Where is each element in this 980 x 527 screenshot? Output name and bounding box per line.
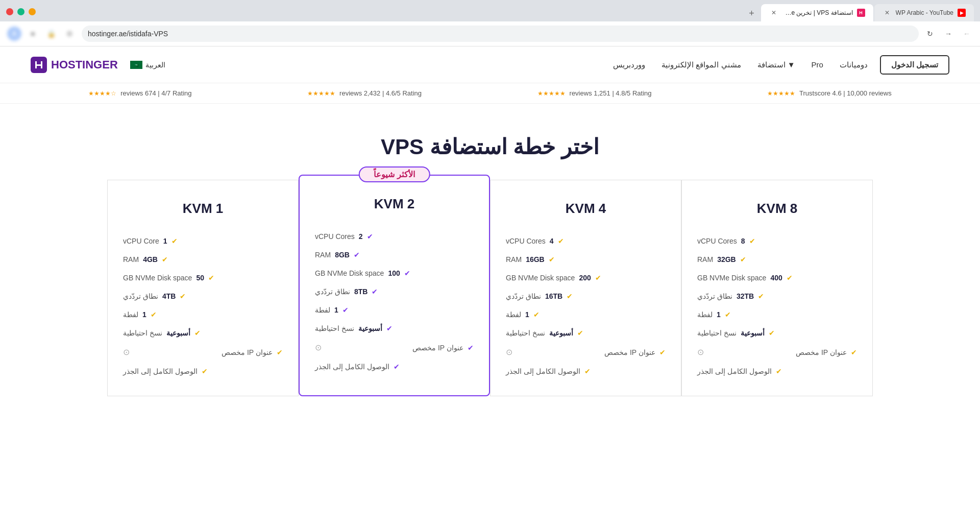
extension-btn-3[interactable]: ★ [24,26,41,42]
reviews-bar: ★★★★☆ reviews 674 | 4/7 Rating ★★★★★ rev… [0,83,980,104]
tab-youtube[interactable]: ▶ WP Arabic - YouTube ✕ [874,4,974,21]
kvm8-ip-check: ✔ [851,348,857,356]
logo-icon [31,57,47,73]
kvm4-disk-check: ✔ [595,274,601,282]
lang-text: العربية [145,61,165,69]
kvm1-ip-check: ✔ [277,348,283,356]
kvm2-bw-check: ✔ [372,288,378,296]
kvm2-snap-check: ✔ [342,306,349,314]
kvm4-snapshot: ✔ 1 لفطة [506,305,666,324]
kvm4-ram-check: ✔ [549,255,555,264]
kvm2-disk-check: ✔ [404,269,410,277]
kvm1-vcpu: ✔ 1 vCPU Core [123,232,283,250]
plan-kvm1-name: KVM 1 [123,201,283,217]
site-header-right: العربية 🇸🇦 HOSTINGER [31,57,165,73]
kvm8-vcpu: ✔ 8 vCPU Cores [697,232,857,250]
hostinger-favicon: H [857,9,865,17]
stars-2: ★★★★★ [307,90,335,97]
kvm2-vcpu-check: ✔ [367,232,373,241]
forward-button[interactable]: → [941,27,955,41]
nav-pro[interactable]: Pro [811,60,823,69]
kvm1-clock-icon: ⊙ [123,347,130,357]
kvm8-bw-check: ✔ [758,292,764,300]
kvm4-root-check: ✔ [584,367,591,375]
kvm2-backup-check: ✔ [386,324,393,332]
kvm1-backup: ✔ أسبوعية نسخ احتياطية [123,324,283,342]
kvm4-clock-icon: ⊙ [506,347,512,357]
review-text-4: Trustscore 4.6 | 10,000 reviews [799,89,892,97]
kvm8-bandwidth: ✔ 32TB نطاق تردّدي [697,287,857,305]
kvm2-bandwidth: ✔ 8TB نطاق تردّدي [315,282,474,301]
kvm1-disk-check: ✔ [208,274,214,282]
back-button[interactable]: ← [960,27,974,41]
stars-4: ★★★★★ [767,90,795,97]
kvm1-snapshot: ✔ 1 لفطة [123,305,283,324]
kvm1-backup-check: ✔ [194,329,201,337]
maximize-button[interactable] [17,8,24,15]
new-tab-button[interactable]: + [744,5,760,21]
kvm8-backup: ✔ أسبوعية نسخ احتياطية [697,324,857,342]
hosting-dropdown-arrow: ▼ [788,60,795,69]
tab-hostinger-close[interactable]: ✕ [769,8,778,17]
tab-hostinger-label: استضافة VPS | تخرين NVMe وود... [782,9,853,16]
kvm4-ram: ✔ 16GB RAM [506,250,666,269]
kvm4-root: ✔ الوصول الكامل إلى الجذر [506,362,666,380]
svg-text:🇸🇦: 🇸🇦 [134,63,138,67]
kvm8-ram-check: ✔ [740,255,746,264]
kvm2-vcpu: ✔ 2 vCPU Cores [315,227,474,246]
kvm4-bandwidth: ✔ 16TB نطاق تردّدي [506,287,666,305]
profile-button[interactable]: A [6,26,22,42]
extension-btn-2[interactable]: 🔒 [43,26,59,42]
page-title: اختر خطة استضافة VPS [10,134,970,159]
kvm8-disk-check: ✔ [787,274,793,282]
kvm4-vcpu-check: ✔ [558,237,564,245]
kvm2-root-check: ✔ [394,363,400,371]
nav-website-builder[interactable]: مشني المواقع الإلكترونية [662,60,741,69]
extension-btn-1[interactable]: ⚙ [61,26,78,42]
nav-wordpress[interactable]: ووردبريس [613,60,645,69]
kvm4-ip-check: ✔ [659,348,666,356]
tab-youtube-close[interactable]: ✕ [883,8,892,17]
minimize-button[interactable] [29,8,36,15]
review-item-1: ★★★★☆ reviews 674 | 4/7 Rating [88,89,191,97]
language-selector[interactable]: العربية 🇸🇦 [130,61,165,69]
logo-text: HOSTINGER [51,58,118,71]
youtube-favicon: ▶ [958,9,966,17]
browser-toolbar: ← → ↻ hostinger.ae/istidafa-VPS ⚙ 🔒 ★ A [0,21,980,46]
kvm2-root: ✔ الوصول الكامل إلى الجذر [315,357,474,376]
page-title-section: اختر خطة استضافة VPS [0,104,980,180]
saudi-flag-icon: 🇸🇦 [130,61,142,69]
kvm4-vcpu: ✔ 4 vCPU Cores [506,232,666,250]
kvm4-snap-check: ✔ [533,310,540,319]
kvm8-disk: ✔ 400 GB NVMe Disk space [697,269,857,287]
address-bar[interactable]: hostinger.ae/istidafa-VPS [82,26,919,42]
kvm4-disk: ✔ 200 GB NVMe Disk space [506,269,666,287]
tab-hostinger[interactable]: H استضافة VPS | تخرين NVMe وود... ✕ [761,4,873,21]
browser-actions: ⚙ 🔒 ★ A [6,26,78,42]
login-button[interactable]: تسجيل الدخول [880,55,949,75]
pricing-section: KVM 8 ✔ 8 vCPU Cores ✔ 32GB RAM ✔ 400 GB… [0,180,980,427]
kvm8-root-check: ✔ [776,367,782,375]
review-item-2: ★★★★★ reviews 2,432 | 4.6/5 Rating [307,89,422,97]
kvm4-backup-check: ✔ [577,329,583,337]
kvm1-bandwidth: ✔ 4TB نطاق تردّدي [123,287,283,305]
site-header: تسجيل الدخول دوميانات Pro ▼ استضافة مشني… [0,46,980,83]
kvm1-root: ✔ الوصول الكامل إلى الجذر [123,362,283,380]
kvm1-snap-check: ✔ [151,310,157,319]
hostinger-logo: HOSTINGER [31,57,118,73]
kvm1-ip: ✔ عنوان IP مخصص ⊙ [123,342,283,362]
kvm2-ip: ✔ عنوان IP مخصص ⊙ [315,338,474,357]
kvm8-snap-check: ✔ [725,310,731,319]
nav-hosting[interactable]: ▼ استضافة [757,60,795,69]
pricing-grid: KVM 8 ✔ 8 vCPU Cores ✔ 32GB RAM ✔ 400 GB… [107,180,873,396]
plan-kvm1: KVM 1 ✔ 1 vCPU Core ✔ 4GB RAM ✔ 50 GB NV… [107,180,299,396]
plan-kvm2-name: KVM 2 [315,196,474,212]
reload-button[interactable]: ↻ [923,27,937,41]
nav-domyat[interactable]: دوميانات [840,60,868,69]
review-text-3: reviews 1,251 | 4.8/5 Rating [570,89,652,97]
kvm2-ram: ✔ 8GB RAM [315,246,474,264]
kvm8-clock-icon: ⊙ [697,347,704,357]
close-button[interactable] [6,8,13,15]
stars-3: ★★★★★ [537,90,566,97]
stars-1: ★★★★☆ [88,90,116,97]
